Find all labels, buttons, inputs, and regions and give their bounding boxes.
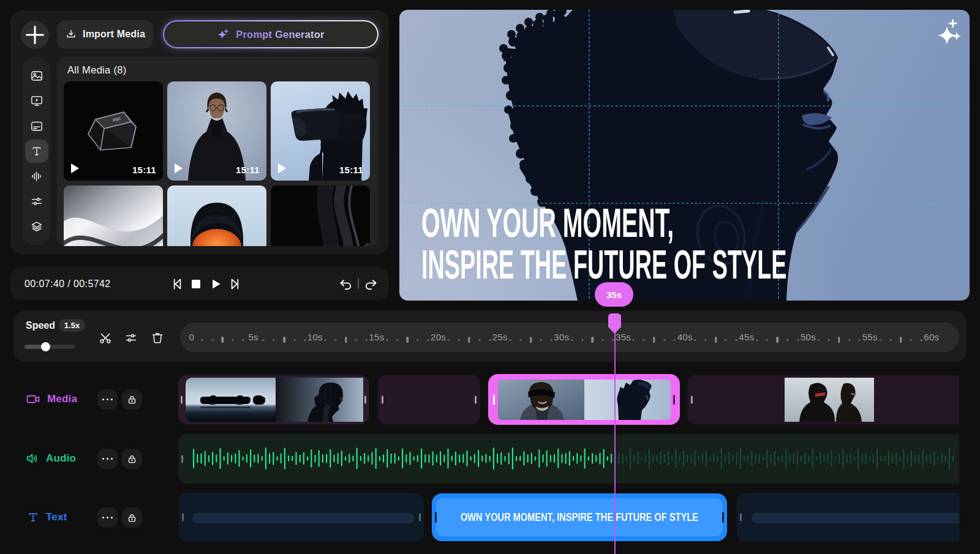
svg-text:OWN YOUR MOMENT,: OWN YOUR MOMENT, (421, 200, 674, 246)
svg-text:INSPIRE THE FUTURE OF STYLE: INSPIRE THE FUTURE OF STYLE (421, 242, 787, 287)
